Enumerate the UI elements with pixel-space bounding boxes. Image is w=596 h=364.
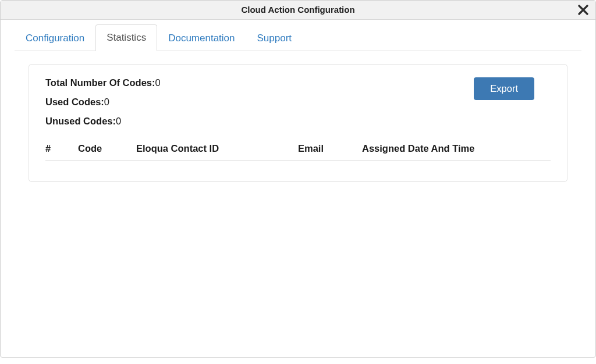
- tab-statistics[interactable]: Statistics: [95, 24, 157, 51]
- stat-used-codes: Used Codes:0: [45, 97, 161, 108]
- modal-dialog: Cloud Action Configuration Configuration…: [0, 0, 596, 358]
- modal-body: Configuration Statistics Documentation S…: [1, 20, 595, 357]
- tab-configuration[interactable]: Configuration: [15, 25, 95, 51]
- stat-unused-value: 0: [116, 116, 121, 126]
- close-button[interactable]: [577, 3, 590, 16]
- stats-row: Total Number Of Codes:0 Used Codes:0 Unu…: [45, 77, 551, 127]
- codes-table: # Code Eloqua Contact ID Email Assigned …: [45, 140, 551, 160]
- column-header-contact-id: Eloqua Contact ID: [136, 143, 298, 154]
- stat-total-codes: Total Number Of Codes:0: [45, 77, 161, 88]
- column-header-email: Email: [298, 143, 362, 154]
- modal-title: Cloud Action Configuration: [241, 5, 354, 15]
- table-header: # Code Eloqua Contact ID Email Assigned …: [45, 140, 551, 160]
- tab-support[interactable]: Support: [246, 25, 303, 51]
- modal-header: Cloud Action Configuration: [1, 1, 595, 20]
- stats-list: Total Number Of Codes:0 Used Codes:0 Unu…: [45, 77, 161, 127]
- stat-unused-label: Unused Codes:: [45, 116, 116, 126]
- stat-unused-codes: Unused Codes:0: [45, 116, 161, 127]
- export-button[interactable]: Export: [474, 77, 534, 100]
- tab-documentation[interactable]: Documentation: [157, 25, 246, 51]
- column-header-index: #: [45, 143, 78, 154]
- stat-used-value: 0: [104, 97, 109, 107]
- tab-bar: Configuration Statistics Documentation S…: [15, 24, 581, 51]
- close-icon: [578, 5, 588, 15]
- column-header-code: Code: [78, 143, 136, 154]
- stat-used-label: Used Codes:: [45, 97, 104, 107]
- stat-total-value: 0: [155, 77, 161, 88]
- statistics-panel: Total Number Of Codes:0 Used Codes:0 Unu…: [29, 64, 567, 182]
- column-header-assigned-date: Assigned Date And Time: [362, 143, 551, 154]
- stat-total-label: Total Number Of Codes:: [45, 77, 155, 88]
